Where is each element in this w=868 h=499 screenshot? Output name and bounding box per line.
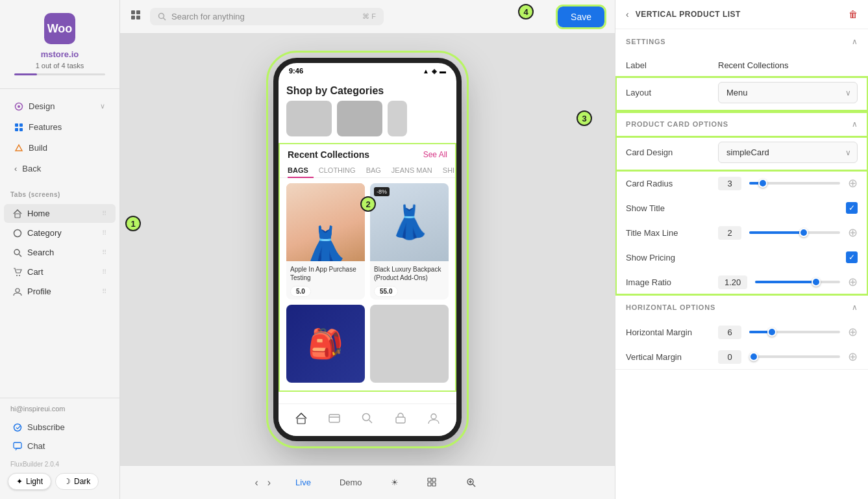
panel-trash-button[interactable]: 🗑 (849, 9, 858, 19)
rc-tab-bags[interactable]: BAGS (288, 164, 314, 178)
product-img-woman-placeholder: 👗 (286, 183, 365, 261)
svg-line-20 (164, 18, 166, 21)
theme-toggle: ✦ Light ☽ Dark (8, 470, 112, 493)
h-margin-slider[interactable] (749, 331, 840, 333)
sidebar-item-build[interactable]: Build (4, 138, 116, 158)
v-margin-plus-icon[interactable]: ⊕ (848, 350, 858, 364)
sidebar-item-back[interactable]: ‹ Back (4, 159, 116, 179)
product-card-section-header[interactable]: PRODUCT CARD OPTIONS ∧ (615, 112, 868, 136)
rc-see-all[interactable]: See All (423, 150, 447, 159)
product-card-2[interactable]: -8% 👗 Black Luxury Backpack (Product Add… (370, 183, 449, 300)
card-radius-slider[interactable] (749, 182, 840, 185)
layout-select[interactable]: Menu Grid List Horizontal (718, 82, 858, 103)
tab-cart[interactable]: Cart ⠿ (4, 262, 116, 281)
light-theme-button[interactable]: ✦ Light (8, 473, 51, 490)
card-design-select[interactable]: simpleCard modernCard minimalCard (718, 142, 858, 163)
tab-search-label: Search (27, 248, 54, 257)
zoom-button[interactable] (460, 474, 483, 492)
settings-section-header[interactable]: SETTINGS ∧ (615, 29, 868, 54)
label-row: Label Recent Collections (615, 54, 868, 77)
product-card-title: PRODUCT CARD OPTIONS (626, 120, 728, 128)
rc-tab-bag[interactable]: BAG (361, 164, 386, 177)
show-title-checkbox[interactable] (846, 202, 858, 214)
search-input[interactable]: Search for anything (171, 12, 357, 21)
svg-line-9 (19, 254, 22, 257)
demo-label: Demo (340, 478, 362, 487)
show-pricing-checkbox[interactable] (846, 251, 858, 263)
panel-title: VERTICAL PRODUCT LIST (636, 10, 842, 19)
card-design-label: Card Design (626, 147, 710, 157)
bag-img-placeholder: 🎒 (286, 305, 365, 383)
product-card-4[interactable] (370, 305, 449, 383)
tab-category[interactable]: Category ⠿ (4, 224, 116, 242)
category-icon (13, 229, 22, 238)
rc-tab-clothing[interactable]: CLOTHING (314, 164, 361, 177)
demo-button[interactable]: Demo (333, 474, 369, 491)
callout-4-badge: 4 (518, 4, 534, 19)
sidebar-item-features[interactable]: Features (4, 117, 116, 137)
phone-nav-home[interactable] (295, 412, 308, 428)
drag-handle-search: ⠿ (102, 249, 106, 256)
product-card-1[interactable]: 👗 Apple In App Purchase Testing 5.0 (286, 183, 365, 300)
grid-icon[interactable] (130, 10, 142, 24)
image-ratio-thumb[interactable] (812, 277, 821, 287)
h-margin-plus-icon[interactable]: ⊕ (848, 325, 858, 339)
subscribe-button[interactable]: Subscribe (8, 418, 112, 437)
svg-rect-21 (297, 418, 305, 424)
v-margin-slider[interactable] (749, 355, 840, 358)
h-margin-thumb[interactable] (767, 327, 776, 337)
top-bar-right: Save (558, 6, 604, 27)
tab-cart-label: Cart (27, 267, 43, 277)
tab-profile-label: Profile (27, 287, 51, 296)
woo-logo-text: Woo (47, 22, 73, 36)
v-margin-thumb[interactable] (749, 352, 758, 361)
live-button[interactable]: Live (289, 474, 317, 491)
image-ratio-plus-icon[interactable]: ⊕ (848, 275, 858, 289)
horizontal-section-header[interactable]: HORIZONTAL OPTIONS ∧ (615, 295, 868, 320)
phone-nav-profile[interactable] (427, 412, 440, 428)
tabs-section-label: Tabs (screens) (0, 186, 119, 201)
progress-bar-bg (14, 73, 105, 75)
horizontal-title: HORIZONTAL OPTIONS (626, 303, 715, 311)
tab-home-left: Home (13, 209, 50, 218)
chat-button[interactable]: Chat (8, 437, 112, 455)
callout-2: 2 (360, 196, 376, 212)
top-bar: Search for anything ⌘ F Save (120, 0, 615, 34)
dark-theme-button[interactable]: ☽ Dark (55, 473, 99, 490)
title-maxline-slider[interactable] (749, 231, 840, 234)
nav-back-button[interactable]: ‹ (252, 474, 260, 491)
product-img-4 (370, 305, 449, 383)
tab-home[interactable]: Home ⠿ (4, 204, 116, 223)
show-pricing-row: Show Pricing (615, 245, 868, 270)
tab-search-left: Search (13, 248, 54, 257)
phone-nav-card[interactable] (328, 412, 341, 428)
save-button[interactable]: Save (558, 6, 604, 27)
card-radius-thumb[interactable] (758, 179, 767, 188)
store-name[interactable]: mstore.io (41, 49, 79, 59)
panel-back-button[interactable]: ‹ (626, 9, 629, 19)
rc-tab-shi[interactable]: SHI (438, 164, 456, 177)
sidebar-top: Woo mstore.io 1 out of 4 tasks (0, 0, 119, 89)
sidebar-item-design[interactable]: Design ∨ (4, 96, 116, 116)
features-icon (14, 123, 23, 132)
tab-search[interactable]: Search ⠿ (4, 243, 116, 262)
image-ratio-slider[interactable] (755, 281, 840, 283)
phone-mockup: 9:46 ▲ ◈ ▬ Shop by Categories (273, 58, 462, 441)
title-maxline-plus-icon[interactable]: ⊕ (848, 225, 858, 240)
sun-button[interactable]: ☀ (384, 474, 405, 491)
search-bar[interactable]: Search for anything ⌘ F (150, 8, 384, 25)
phone-nav-bag[interactable] (394, 412, 407, 428)
tab-profile[interactable]: Profile ⠿ (4, 282, 116, 301)
image-ratio-fill (755, 281, 816, 283)
title-maxline-thumb[interactable] (799, 228, 808, 237)
nav-forward-button[interactable]: › (265, 474, 273, 491)
card-radius-plus-icon[interactable]: ⊕ (848, 176, 858, 190)
product-card-3[interactable]: 🎒 (286, 305, 365, 383)
horizontal-chevron-icon: ∧ (852, 303, 858, 312)
grid-view-button[interactable] (421, 474, 444, 492)
phone-nav-search[interactable] (361, 412, 374, 428)
layout-row: Layout Menu Grid List Horizontal ∨ (615, 77, 868, 111)
svg-point-24 (362, 414, 369, 421)
rc-tab-jeansman[interactable]: JEANS MAN (386, 164, 438, 177)
title-maxline-row: Title Max Line 2 ⊕ (615, 220, 868, 245)
